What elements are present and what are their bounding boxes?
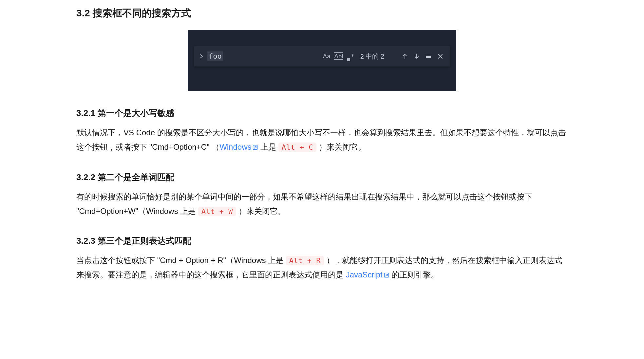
- subsection-2-heading: 3.2.2 第二个是全单词匹配: [76, 172, 568, 183]
- regex-icon[interactable]: *: [347, 51, 355, 61]
- hamburger-icon[interactable]: [424, 53, 433, 60]
- sub2-tail: ）来关闭它。: [236, 207, 286, 216]
- vscode-editor-panel: foo Aa Abl * 2 中的 2: [188, 30, 456, 91]
- javascript-link-text: JavaScript: [346, 270, 383, 279]
- toggle-replace-icon[interactable]: [198, 54, 205, 59]
- find-bar: foo Aa Abl * 2 中的 2: [194, 46, 450, 66]
- sub2-text-before-kbd: 有的时候搜索的单词恰好是别的某个单词中间的一部分，如果不希望这样的结果出现在搜索…: [76, 192, 532, 216]
- subsection-2-paragraph: 有的时候搜索的单词恰好是别的某个单词中间的一部分，如果不希望这样的结果出现在搜索…: [76, 190, 568, 219]
- regex-star-glyph: *: [351, 53, 354, 59]
- sub3-text-before-kbd: 当点击这个按钮或按下 "Cmd + Option + R"（Windows 上是: [76, 256, 286, 265]
- figure-findbar: foo Aa Abl * 2 中的 2: [76, 30, 568, 91]
- prev-match-icon[interactable]: [400, 53, 410, 60]
- subsection-1-number: 3.2.1: [76, 108, 95, 118]
- windows-link-text: Windows: [219, 142, 251, 151]
- external-link-icon: [384, 268, 389, 283]
- subsection-3-heading: 3.2.3 第三个是正则表达式匹配: [76, 235, 568, 247]
- whole-word-icon[interactable]: Abl: [334, 51, 343, 61]
- kbd-alt-w: Alt + W: [198, 207, 236, 216]
- javascript-link[interactable]: JavaScript: [346, 270, 389, 279]
- subsection-2-title: 第二个是全单词匹配: [98, 172, 174, 182]
- regex-box-glyph: [347, 58, 350, 61]
- subsection-2-number: 3.2.2: [76, 172, 95, 182]
- close-icon[interactable]: [435, 53, 445, 59]
- result-count: 2 中的 2: [360, 52, 384, 61]
- sub1-text-after-link: 上是: [258, 142, 278, 151]
- sub3-tail: 的正则引擎。: [389, 270, 439, 279]
- sub1-tail: ）来关闭它。: [316, 142, 366, 151]
- subsection-3-number: 3.2.3: [76, 236, 95, 246]
- subsection-1-paragraph: 默认情况下，VS Code 的搜索是不区分大小写的，也就是说哪怕大小写不一样，也…: [76, 125, 568, 155]
- section-heading: 3.2 搜索框不同的搜索方式: [76, 7, 568, 20]
- section-number: 3.2: [76, 8, 90, 18]
- search-input-text: foo: [207, 51, 223, 61]
- subsection-1-heading: 3.2.1 第一个是大小写敏感: [76, 107, 568, 119]
- subsection-3-title: 第三个是正则表达式匹配: [98, 236, 191, 246]
- kbd-alt-c: Alt + C: [278, 142, 316, 152]
- next-match-icon[interactable]: [412, 53, 422, 60]
- document-page: 3.2 搜索框不同的搜索方式 foo Aa Abl *: [66, 0, 578, 309]
- kbd-alt-r: Alt + R: [286, 256, 324, 265]
- section-title-text: 搜索框不同的搜索方式: [93, 8, 191, 18]
- case-sensitive-icon[interactable]: Aa: [322, 51, 331, 61]
- external-link-icon: [252, 141, 258, 155]
- subsection-1-title: 第一个是大小写敏感: [98, 108, 174, 118]
- subsection-3-paragraph: 当点击这个按钮或按下 "Cmd + Option + R"（Windows 上是…: [76, 253, 568, 283]
- search-input[interactable]: foo Aa Abl *: [207, 51, 355, 61]
- windows-link[interactable]: Windows: [219, 142, 258, 151]
